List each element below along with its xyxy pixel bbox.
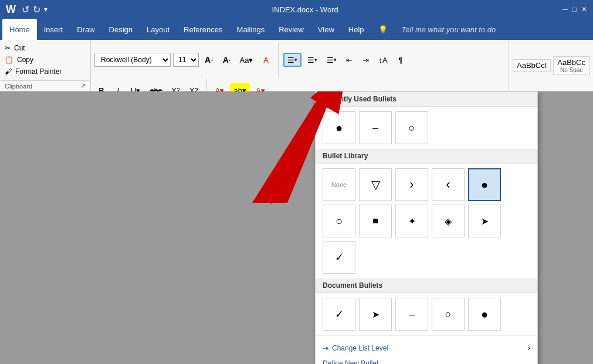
change-list-level-btn[interactable]: ⇥ Change List Level: [323, 342, 388, 355]
main-toolbar: Rockwell (Body) 11 A+ A- Aa▾ A ☰▾ ☰▾ ☰▾ …: [91, 40, 509, 91]
doc-bullet-1[interactable]: ➤: [359, 298, 392, 331]
document-area: Recently Used Bullets ● – ○ Bullet Libra…: [0, 91, 593, 364]
clear-format-btn[interactable]: A: [259, 53, 273, 67]
bullet-checkmark[interactable]: ✓: [323, 241, 355, 274]
style-nospace[interactable]: AaBbCc No Spac: [553, 56, 589, 75]
bullet-chevron-right[interactable]: ›: [395, 168, 428, 201]
increase-indent-btn[interactable]: ⇥: [359, 53, 373, 67]
bullet-triangle[interactable]: ▽: [359, 168, 392, 201]
undo-btn[interactable]: ↺: [22, 4, 29, 15]
menu-tell-me[interactable]: Tell me what you want to do: [395, 19, 503, 40]
menu-layout[interactable]: Layout: [140, 19, 177, 40]
cut-btn[interactable]: ✂ Cut: [1, 42, 89, 54]
title-bar-left: W ↺ ↻ ▾: [6, 4, 48, 16]
document-bullets-header: Document Bullets: [316, 278, 537, 293]
indent-icon: ⇥: [323, 344, 328, 352]
menu-mailings[interactable]: Mailings: [230, 19, 272, 40]
chevron-right-icon: ›: [528, 344, 530, 352]
clipboard-expand[interactable]: ↗: [80, 82, 86, 90]
doc-bullet-3[interactable]: ○: [432, 298, 465, 331]
menu-design[interactable]: Design: [102, 19, 140, 40]
word-icon: W: [6, 4, 16, 16]
multilevel-btn[interactable]: ☰▾: [323, 53, 340, 67]
format-painter-icon: 🖌: [5, 67, 12, 76]
title-bar-title: INDEX.docx - Word: [272, 5, 338, 14]
recent-bullet-1[interactable]: –: [359, 111, 392, 144]
menu-lightbulb[interactable]: 💡: [371, 19, 395, 40]
cut-icon: ✂: [5, 44, 11, 52]
bullet-none[interactable]: None: [323, 168, 355, 201]
clipboard-label-row: Clipboard ↗: [1, 80, 89, 91]
decrease-indent-btn[interactable]: ⇤: [343, 53, 357, 67]
font-size-select[interactable]: 11: [173, 53, 199, 67]
sort-btn[interactable]: ↕A: [375, 53, 391, 67]
toolbar-separator-1: [278, 42, 279, 77]
doc-bullet-0[interactable]: ✓: [323, 298, 355, 331]
redo-btn[interactable]: ↻: [33, 4, 40, 15]
font-name-select[interactable]: Rockwell (Body): [94, 53, 171, 67]
clipboard-panel: ✂ Cut 📋 Copy 🖌 Format Painter Clipboard …: [0, 40, 91, 91]
copy-icon: 📋: [5, 56, 13, 64]
recently-used-header: Recently Used Bullets: [316, 92, 537, 107]
bullets-btn[interactable]: ☰▾: [283, 53, 301, 67]
menu-bar: Home Insert Draw Design Layout Reference…: [0, 19, 593, 40]
define-new-bullet-btn[interactable]: Define New Bullet...: [323, 357, 530, 364]
grow-font-btn[interactable]: A+: [201, 53, 217, 67]
minimize-btn[interactable]: ─: [562, 5, 568, 13]
doc-bullet-4[interactable]: ●: [468, 298, 501, 331]
toolbar-area: ✂ Cut 📋 Copy 🖌 Format Painter Clipboard …: [0, 40, 593, 91]
bullet-filled-circle[interactable]: ●: [468, 168, 501, 201]
bullet-empty-circle[interactable]: ○: [323, 205, 355, 237]
change-list-level-row: ⇥ Change List Level ›: [323, 339, 530, 357]
format-painter-btn[interactable]: 🖌 Format Painter: [1, 66, 89, 77]
close-btn[interactable]: ✕: [581, 5, 587, 13]
maximize-btn[interactable]: □: [572, 5, 577, 13]
bullet-diamond[interactable]: ◈: [432, 205, 465, 237]
bullet-arrow-right[interactable]: ➤: [468, 205, 501, 237]
doc-bullet-2[interactable]: –: [395, 298, 428, 331]
recent-bullet-0[interactable]: ●: [323, 111, 355, 144]
menu-help[interactable]: Help: [341, 19, 371, 40]
styles-panel: AaBbCcI AaBbCc No Spac: [509, 40, 593, 91]
recently-used-grid: ● – ○: [316, 107, 537, 149]
numbering-icon: ☰: [307, 56, 314, 64]
menu-insert[interactable]: Insert: [37, 19, 70, 40]
bullet-library-grid: None ▽ › ‹ ● ○ ■ ✦ ◈ ➤ ✓: [316, 164, 537, 278]
numbering-btn[interactable]: ☰▾: [304, 53, 321, 67]
recent-bullet-2[interactable]: ○: [395, 111, 428, 144]
customize-qat[interactable]: ▾: [44, 5, 48, 13]
dropdown-footer: ⇥ Change List Level › Define New Bullet.…: [316, 335, 537, 364]
menu-view[interactable]: View: [311, 19, 341, 40]
menu-review[interactable]: Review: [272, 19, 311, 40]
toolbar-row-font: Rockwell (Body) 11 A+ A- Aa▾ A ☰▾ ☰▾ ☰▾ …: [94, 42, 505, 77]
bullet-square[interactable]: ■: [359, 205, 392, 237]
bullets-icon: ☰: [287, 56, 294, 64]
copy-btn[interactable]: 📋 Copy: [1, 54, 89, 66]
show-markup-btn[interactable]: ¶: [394, 53, 408, 67]
bullet-chevron-left[interactable]: ‹: [432, 168, 465, 201]
bullet-multistar[interactable]: ✦: [395, 205, 428, 237]
document-bullets-grid: ✓ ➤ – ○ ●: [316, 293, 537, 335]
menu-references[interactable]: References: [177, 19, 229, 40]
multilevel-icon: ☰: [327, 56, 334, 64]
bullet-dropdown: Recently Used Bullets ● – ○ Bullet Libra…: [315, 91, 538, 364]
change-case-btn[interactable]: Aa▾: [236, 53, 257, 67]
style-normal[interactable]: AaBbCcI: [513, 59, 551, 72]
bullet-library-header: Bullet Library: [316, 149, 537, 164]
title-bar: W ↺ ↻ ▾ INDEX.docx - Word ─ □ ✕: [0, 0, 593, 19]
menu-home[interactable]: Home: [2, 19, 37, 40]
shrink-font-btn[interactable]: A-: [219, 53, 234, 67]
menu-draw[interactable]: Draw: [70, 19, 101, 40]
clipboard-label: Clipboard: [5, 83, 32, 90]
title-bar-controls: ─ □ ✕: [562, 5, 587, 13]
